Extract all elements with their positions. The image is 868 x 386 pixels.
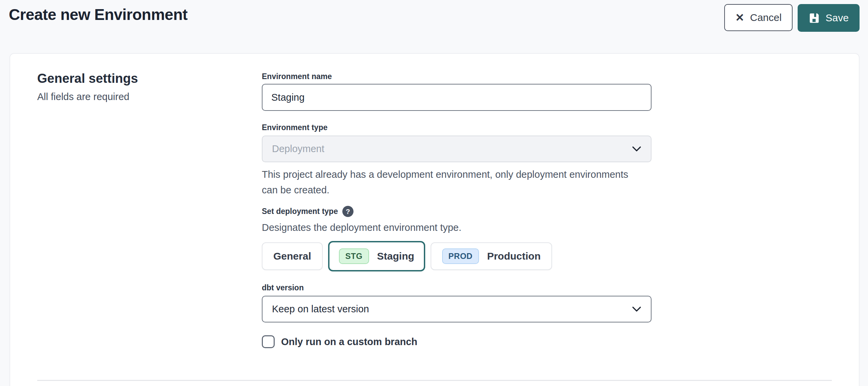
help-icon[interactable]: ?: [342, 206, 353, 217]
deployment-type-option-general[interactable]: General: [262, 242, 323, 270]
deployment-type-option-staging-label: Staging: [377, 250, 414, 262]
save-button-label: Save: [826, 12, 849, 24]
cancel-button-label: Cancel: [750, 12, 781, 23]
chevron-down-icon: [632, 306, 641, 312]
close-icon: ✕: [735, 12, 744, 23]
section-title: General settings: [37, 71, 262, 86]
deployment-type-option-general-label: General: [273, 250, 311, 262]
page-title: Create new Environment: [9, 5, 187, 24]
prod-badge: PROD: [442, 248, 479, 264]
deployment-type-option-production-label: Production: [487, 250, 541, 262]
custom-branch-row[interactable]: Only run on a custom branch: [262, 335, 652, 348]
custom-branch-checkbox[interactable]: [262, 335, 275, 348]
save-button[interactable]: Save: [798, 4, 860, 32]
environment-name-label: Environment name: [262, 72, 652, 81]
deployment-type-option-staging[interactable]: STG Staging: [328, 241, 425, 271]
header-actions: ✕ Cancel Save: [724, 4, 860, 32]
environment-type-value: Deployment: [272, 143, 324, 154]
save-icon: [808, 13, 820, 24]
deployment-type-label: Set deployment type: [262, 207, 338, 216]
deployment-type-label-row: Set deployment type ?: [262, 206, 652, 217]
deployment-type-description: Designates the deployment environment ty…: [262, 222, 652, 233]
section-subtitle: All fields are required: [37, 91, 262, 102]
stg-badge: STG: [339, 248, 369, 264]
section-intro: General settings All fields are required: [37, 69, 262, 348]
settings-card: General settings All fields are required…: [9, 53, 860, 386]
environment-name-input[interactable]: [262, 84, 652, 111]
cancel-button[interactable]: ✕ Cancel: [724, 4, 792, 31]
section-divider: [37, 380, 832, 381]
dbt-version-label: dbt version: [262, 283, 652, 292]
custom-branch-label: Only run on a custom branch: [281, 336, 417, 347]
dbt-version-value: Keep on latest version: [272, 304, 369, 315]
dbt-version-select[interactable]: Keep on latest version: [262, 296, 652, 322]
form-fields: Environment name Environment type Deploy…: [262, 69, 652, 348]
deployment-type-options: General STG Staging PROD Production: [262, 241, 652, 272]
deployment-type-option-production[interactable]: PROD Production: [431, 242, 552, 270]
environment-type-helper: This project already has a development e…: [262, 167, 637, 198]
page-header: Create new Environment ✕ Cancel Save: [0, 0, 868, 32]
chevron-down-icon: [632, 146, 641, 152]
environment-type-label: Environment type: [262, 123, 652, 132]
environment-type-select: Deployment: [262, 136, 652, 162]
